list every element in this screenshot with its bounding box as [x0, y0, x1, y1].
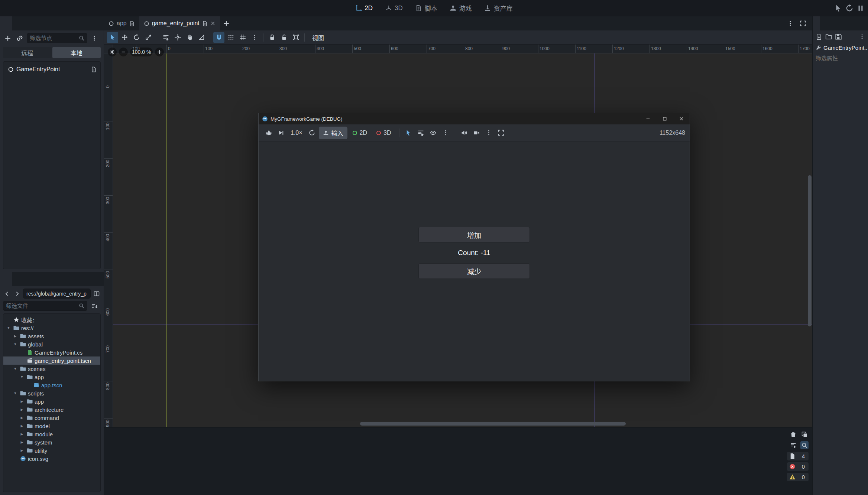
file-tree-row[interactable]: ▶ command [3, 414, 100, 422]
expander-arrow-icon[interactable]: ▶ [12, 334, 18, 338]
file-tree-row[interactable]: app.tscn [3, 381, 100, 389]
add-node-button[interactable] [3, 33, 13, 43]
dock-tab[interactable] [0, 272, 12, 286]
file-tree-row[interactable]: ▼ res:// [3, 324, 100, 332]
output-filter-badge[interactable]: 4 [787, 452, 809, 460]
file-tree-row[interactable]: ▶ utility [3, 446, 100, 455]
rotate-tool-button[interactable] [131, 32, 142, 43]
close-window-button[interactable] [673, 113, 690, 124]
workspace-button[interactable]: 3D [380, 3, 408, 14]
history-forward-button[interactable] [13, 290, 21, 298]
center-view-button[interactable] [108, 48, 117, 56]
workspace-button[interactable]: 游戏 [445, 1, 477, 14]
toggle-visibility-button[interactable] [428, 127, 439, 139]
menubar-item[interactable] [49, 0, 60, 16]
scene-tab-app[interactable]: app [104, 16, 139, 30]
menubar-item[interactable] [38, 0, 49, 16]
camera-override-button[interactable] [471, 127, 482, 139]
file-tree-row[interactable]: ▼ app [3, 373, 100, 381]
workspace-button[interactable]: 脚本 [411, 1, 442, 14]
time-scale-label[interactable]: 1.0× [288, 130, 305, 136]
file-sort-button[interactable] [90, 301, 99, 311]
expander-arrow-icon[interactable]: ▶ [19, 432, 25, 436]
scene-tabs-menu-button[interactable] [786, 19, 795, 28]
increase-button[interactable]: 增加 [418, 227, 530, 242]
ruler-tool-button[interactable] [196, 32, 207, 43]
decrease-button[interactable]: 减少 [418, 263, 530, 279]
expander-arrow-icon[interactable]: ▼ [12, 342, 18, 346]
camera-options-button[interactable] [483, 127, 495, 139]
grid-snap-button[interactable] [237, 32, 248, 43]
expander-arrow-icon[interactable]: ▶ [19, 400, 25, 403]
group-selected-button[interactable] [290, 32, 301, 43]
output-filter-badge[interactable]: 0 [787, 462, 809, 471]
file-tree-row[interactable]: ▼ scenes [3, 365, 100, 373]
current-path-field[interactable] [23, 289, 91, 299]
split-view-button[interactable] [93, 290, 101, 298]
search-output-button[interactable] [800, 441, 809, 449]
copy-output-button[interactable] [800, 430, 809, 439]
dock-tab[interactable] [820, 16, 827, 30]
zoom-level-label[interactable]: 100.0 % [130, 48, 153, 56]
viewport-vertical-scrollbar[interactable] [808, 175, 812, 326]
scene-tab-game-entry-point[interactable]: game_entry_point [139, 16, 220, 30]
reset-speed-button[interactable] [307, 127, 318, 139]
smart-snap-button[interactable] [213, 32, 224, 43]
scale-tool-button[interactable] [143, 32, 154, 43]
instance-scene-button[interactable] [15, 33, 25, 43]
attached-script-icon[interactable] [91, 66, 97, 72]
file-tree-row[interactable]: ▶ model [3, 422, 100, 430]
next-frame-button[interactable] [275, 127, 286, 139]
history-back-button[interactable] [3, 290, 11, 298]
file-tree-row[interactable]: 收藏： [3, 316, 100, 324]
new-resource-icon[interactable] [816, 33, 822, 40]
file-tree-row[interactable]: GameEntryPoint.cs [3, 348, 100, 356]
file-tree-row[interactable]: ▼ global [3, 340, 100, 348]
expander-arrow-icon[interactable]: ▶ [19, 408, 25, 411]
select-tool-button[interactable] [107, 32, 118, 43]
menubar-item[interactable] [27, 0, 38, 16]
collapse-duplicates-button[interactable] [789, 441, 797, 449]
kebab-icon[interactable] [859, 34, 865, 40]
new-scene-tab-button[interactable] [220, 16, 233, 30]
clear-output-button[interactable] [789, 430, 797, 439]
expander-arrow-icon[interactable]: ▶ [19, 440, 25, 444]
pick-node-button[interactable] [403, 127, 414, 139]
mode-3d-toggle[interactable]: 3D [372, 128, 395, 138]
file-tree-row[interactable]: ▶ system [3, 438, 100, 446]
workspace-button[interactable]: 2D [350, 3, 378, 14]
mute-audio-button[interactable] [459, 127, 470, 139]
input-mode-toggle[interactable]: 输入 [319, 127, 347, 139]
file-tree-row[interactable]: ▶ assets [3, 332, 100, 340]
scene-dock-menu-button[interactable] [90, 33, 99, 43]
expander-arrow-icon[interactable]: ▶ [19, 449, 25, 452]
expander-arrow-icon[interactable]: ▼ [12, 391, 18, 395]
expander-arrow-icon[interactable]: ▼ [19, 375, 25, 379]
scene-tree-root-node[interactable]: GameEntryPoint [4, 63, 100, 76]
pixel-snap-button[interactable] [225, 32, 236, 43]
zoom-out-button[interactable] [119, 48, 128, 56]
embed-fullscreen-button[interactable] [496, 127, 507, 139]
output-log[interactable] [104, 427, 777, 495]
filter-nodes-search[interactable] [27, 33, 87, 43]
dock-tab[interactable] [12, 272, 24, 286]
file-tree-row[interactable]: icon.svg [3, 455, 100, 463]
expander-arrow-icon[interactable]: ▼ [6, 326, 12, 330]
unlock-selected-button[interactable] [278, 32, 289, 43]
expander-arrow-icon[interactable]: ▼ [12, 367, 18, 371]
filter-files-search[interactable] [3, 301, 87, 311]
game-window-titlebar[interactable]: MyGFrameworkGame (DEBUG) [259, 113, 690, 124]
snap-options-button[interactable] [249, 32, 260, 43]
filter-nodes-input[interactable] [30, 35, 77, 41]
list-pick-button[interactable] [415, 127, 427, 139]
zoom-in-button[interactable] [155, 48, 164, 56]
file-tree-row[interactable]: ▶ app [3, 397, 100, 406]
dock-tab[interactable] [0, 16, 12, 30]
remote-button[interactable]: 远程 [3, 47, 52, 58]
minimize-window-button[interactable] [639, 113, 656, 124]
lock-selected-button[interactable] [266, 32, 278, 43]
local-button[interactable]: 本地 [52, 47, 101, 58]
reload-icon[interactable] [846, 4, 853, 12]
debug-session-button[interactable] [263, 127, 274, 139]
expander-arrow-icon[interactable]: ▶ [19, 416, 25, 420]
